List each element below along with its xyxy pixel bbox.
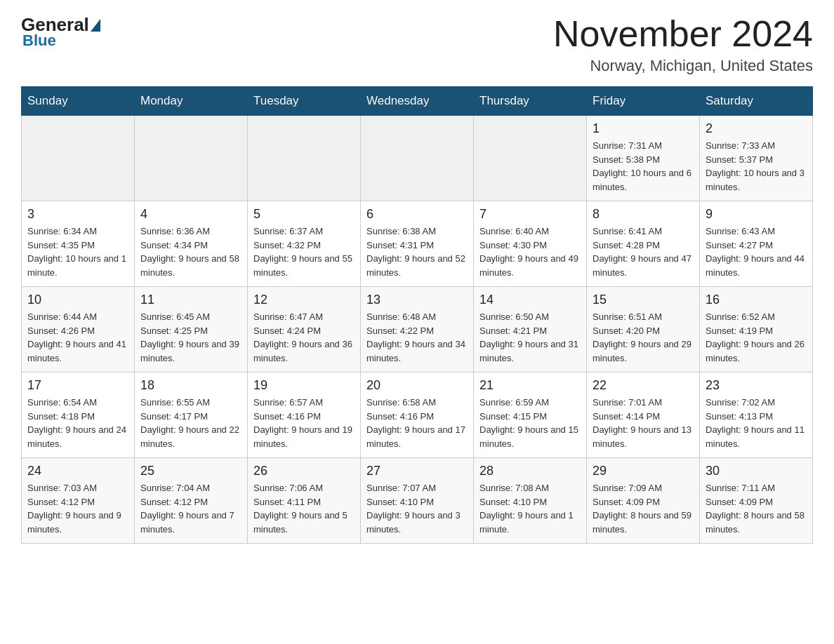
calendar-table: SundayMondayTuesdayWednesdayThursdayFrid… bbox=[21, 86, 813, 544]
calendar-day-cell: 25Sunrise: 7:04 AM Sunset: 4:12 PM Dayli… bbox=[135, 458, 248, 544]
day-of-week-header: Thursday bbox=[474, 87, 587, 116]
day-number: 14 bbox=[479, 293, 581, 307]
day-info: Sunrise: 6:51 AM Sunset: 4:20 PM Dayligh… bbox=[593, 310, 694, 365]
calendar-day-cell: 15Sunrise: 6:51 AM Sunset: 4:20 PM Dayli… bbox=[587, 287, 700, 373]
calendar-day-cell: 10Sunrise: 6:44 AM Sunset: 4:26 PM Dayli… bbox=[22, 287, 135, 373]
calendar-day-cell bbox=[361, 116, 474, 201]
calendar-day-cell: 2Sunrise: 7:33 AM Sunset: 5:37 PM Daylig… bbox=[700, 116, 813, 201]
day-number: 20 bbox=[366, 378, 468, 393]
day-number: 26 bbox=[253, 464, 355, 478]
logo-blue: Blue bbox=[22, 32, 56, 50]
day-number: 28 bbox=[479, 464, 581, 478]
day-info: Sunrise: 7:01 AM Sunset: 4:14 PM Dayligh… bbox=[593, 396, 694, 450]
day-number: 9 bbox=[706, 207, 807, 222]
day-number: 1 bbox=[593, 121, 694, 136]
day-number: 10 bbox=[27, 293, 128, 307]
day-of-week-header: Friday bbox=[587, 87, 700, 116]
title-area: November 2024 Norway, Michigan, United S… bbox=[553, 14, 813, 75]
calendar-day-cell: 23Sunrise: 7:02 AM Sunset: 4:13 PM Dayli… bbox=[700, 373, 813, 458]
calendar-day-cell: 27Sunrise: 7:07 AM Sunset: 4:10 PM Dayli… bbox=[361, 458, 474, 544]
day-of-week-header: Monday bbox=[135, 87, 248, 116]
day-of-week-header: Sunday bbox=[22, 87, 135, 116]
day-info: Sunrise: 6:52 AM Sunset: 4:19 PM Dayligh… bbox=[706, 310, 807, 365]
day-info: Sunrise: 7:04 AM Sunset: 4:12 PM Dayligh… bbox=[140, 481, 241, 536]
calendar-day-cell: 17Sunrise: 6:54 AM Sunset: 4:18 PM Dayli… bbox=[22, 373, 135, 458]
day-info: Sunrise: 6:44 AM Sunset: 4:26 PM Dayligh… bbox=[27, 310, 128, 365]
calendar-day-cell bbox=[22, 116, 135, 201]
calendar-day-cell bbox=[248, 116, 361, 201]
calendar-day-cell bbox=[135, 116, 248, 201]
day-info: Sunrise: 6:40 AM Sunset: 4:30 PM Dayligh… bbox=[479, 224, 581, 279]
day-number: 21 bbox=[479, 378, 581, 393]
calendar-day-cell: 1Sunrise: 7:31 AM Sunset: 5:38 PM Daylig… bbox=[587, 116, 700, 201]
day-number: 5 bbox=[253, 207, 355, 222]
day-info: Sunrise: 6:36 AM Sunset: 4:34 PM Dayligh… bbox=[140, 224, 241, 279]
calendar-day-cell: 3Sunrise: 6:34 AM Sunset: 4:35 PM Daylig… bbox=[22, 201, 135, 287]
day-of-week-header: Wednesday bbox=[361, 87, 474, 116]
calendar-day-cell: 8Sunrise: 6:41 AM Sunset: 4:28 PM Daylig… bbox=[587, 201, 700, 287]
day-number: 16 bbox=[706, 293, 807, 307]
day-number: 27 bbox=[366, 464, 468, 478]
calendar-week-row: 24Sunrise: 7:03 AM Sunset: 4:12 PM Dayli… bbox=[22, 458, 813, 544]
calendar-day-cell: 20Sunrise: 6:58 AM Sunset: 4:16 PM Dayli… bbox=[361, 373, 474, 458]
day-number: 6 bbox=[366, 207, 468, 222]
day-info: Sunrise: 6:55 AM Sunset: 4:17 PM Dayligh… bbox=[140, 396, 241, 450]
day-info: Sunrise: 6:34 AM Sunset: 4:35 PM Dayligh… bbox=[27, 224, 128, 279]
calendar-header: SundayMondayTuesdayWednesdayThursdayFrid… bbox=[22, 87, 813, 116]
day-info: Sunrise: 7:33 AM Sunset: 5:37 PM Dayligh… bbox=[706, 139, 807, 194]
calendar-day-cell: 28Sunrise: 7:08 AM Sunset: 4:10 PM Dayli… bbox=[474, 458, 587, 544]
logo-triangle-icon bbox=[91, 19, 100, 32]
day-info: Sunrise: 6:48 AM Sunset: 4:22 PM Dayligh… bbox=[366, 310, 468, 365]
day-info: Sunrise: 7:03 AM Sunset: 4:12 PM Dayligh… bbox=[27, 481, 128, 536]
day-info: Sunrise: 7:07 AM Sunset: 4:10 PM Dayligh… bbox=[366, 481, 468, 536]
day-number: 2 bbox=[706, 121, 807, 136]
calendar-body: 1Sunrise: 7:31 AM Sunset: 5:38 PM Daylig… bbox=[22, 116, 813, 544]
day-info: Sunrise: 6:43 AM Sunset: 4:27 PM Dayligh… bbox=[706, 224, 807, 279]
day-number: 15 bbox=[593, 293, 694, 307]
calendar-week-row: 10Sunrise: 6:44 AM Sunset: 4:26 PM Dayli… bbox=[22, 287, 813, 373]
calendar-day-cell: 24Sunrise: 7:03 AM Sunset: 4:12 PM Dayli… bbox=[22, 458, 135, 544]
calendar-day-cell: 9Sunrise: 6:43 AM Sunset: 4:27 PM Daylig… bbox=[700, 201, 813, 287]
calendar-day-cell: 12Sunrise: 6:47 AM Sunset: 4:24 PM Dayli… bbox=[248, 287, 361, 373]
calendar-day-cell: 11Sunrise: 6:45 AM Sunset: 4:25 PM Dayli… bbox=[135, 287, 248, 373]
calendar-day-cell: 30Sunrise: 7:11 AM Sunset: 4:09 PM Dayli… bbox=[700, 458, 813, 544]
calendar-day-cell: 14Sunrise: 6:50 AM Sunset: 4:21 PM Dayli… bbox=[474, 287, 587, 373]
day-info: Sunrise: 6:47 AM Sunset: 4:24 PM Dayligh… bbox=[253, 310, 355, 365]
calendar-day-cell: 7Sunrise: 6:40 AM Sunset: 4:30 PM Daylig… bbox=[474, 201, 587, 287]
day-number: 13 bbox=[366, 293, 468, 307]
calendar-day-cell bbox=[474, 116, 587, 201]
calendar-week-row: 3Sunrise: 6:34 AM Sunset: 4:35 PM Daylig… bbox=[22, 201, 813, 287]
day-info: Sunrise: 6:37 AM Sunset: 4:32 PM Dayligh… bbox=[253, 224, 355, 279]
calendar-day-cell: 16Sunrise: 6:52 AM Sunset: 4:19 PM Dayli… bbox=[700, 287, 813, 373]
day-info: Sunrise: 6:57 AM Sunset: 4:16 PM Dayligh… bbox=[253, 396, 355, 450]
day-number: 25 bbox=[140, 464, 241, 478]
day-number: 23 bbox=[706, 378, 807, 393]
calendar-day-cell: 13Sunrise: 6:48 AM Sunset: 4:22 PM Dayli… bbox=[361, 287, 474, 373]
day-info: Sunrise: 7:06 AM Sunset: 4:11 PM Dayligh… bbox=[253, 481, 355, 536]
day-info: Sunrise: 6:59 AM Sunset: 4:15 PM Dayligh… bbox=[479, 396, 581, 450]
calendar-day-cell: 22Sunrise: 7:01 AM Sunset: 4:14 PM Dayli… bbox=[587, 373, 700, 458]
logo: General Blue bbox=[21, 14, 102, 50]
day-number: 11 bbox=[140, 293, 241, 307]
calendar-day-cell: 26Sunrise: 7:06 AM Sunset: 4:11 PM Dayli… bbox=[248, 458, 361, 544]
day-info: Sunrise: 6:41 AM Sunset: 4:28 PM Dayligh… bbox=[593, 224, 694, 279]
day-info: Sunrise: 7:31 AM Sunset: 5:38 PM Dayligh… bbox=[593, 139, 694, 194]
day-number: 30 bbox=[706, 464, 807, 478]
day-info: Sunrise: 6:50 AM Sunset: 4:21 PM Dayligh… bbox=[479, 310, 581, 365]
day-of-week-header: Saturday bbox=[700, 87, 813, 116]
day-number: 29 bbox=[593, 464, 694, 478]
day-info: Sunrise: 7:02 AM Sunset: 4:13 PM Dayligh… bbox=[706, 396, 807, 450]
header-row: SundayMondayTuesdayWednesdayThursdayFrid… bbox=[22, 87, 813, 116]
calendar-day-cell: 19Sunrise: 6:57 AM Sunset: 4:16 PM Dayli… bbox=[248, 373, 361, 458]
day-of-week-header: Tuesday bbox=[248, 87, 361, 116]
calendar-week-row: 17Sunrise: 6:54 AM Sunset: 4:18 PM Dayli… bbox=[22, 373, 813, 458]
day-number: 7 bbox=[479, 207, 581, 222]
day-info: Sunrise: 6:45 AM Sunset: 4:25 PM Dayligh… bbox=[140, 310, 241, 365]
location-title: Norway, Michigan, United States bbox=[553, 57, 813, 75]
day-number: 4 bbox=[140, 207, 241, 222]
calendar-day-cell: 29Sunrise: 7:09 AM Sunset: 4:09 PM Dayli… bbox=[587, 458, 700, 544]
day-number: 3 bbox=[27, 207, 128, 222]
day-number: 18 bbox=[140, 378, 241, 393]
month-title: November 2024 bbox=[553, 14, 813, 54]
calendar-day-cell: 21Sunrise: 6:59 AM Sunset: 4:15 PM Dayli… bbox=[474, 373, 587, 458]
